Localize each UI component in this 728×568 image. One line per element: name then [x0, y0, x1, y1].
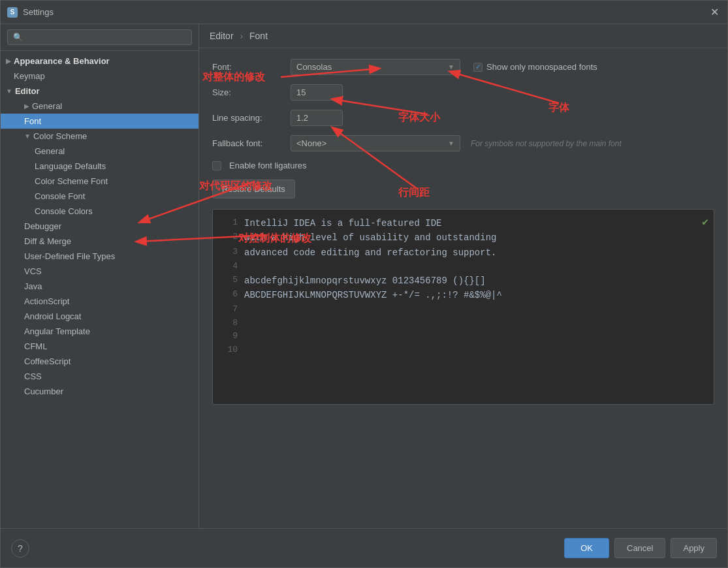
restore-defaults-button[interactable]: Restore Defaults	[212, 180, 295, 198]
sidebar-item-language-defaults[interactable]: Language Defaults	[1, 159, 198, 174]
sidebar-item-label: Console Font	[35, 191, 85, 201]
sidebar-item-label: VCS	[24, 266, 42, 276]
sidebar-item-label: Appearance & Behavior	[14, 56, 110, 66]
line-num-7: 7	[222, 303, 238, 317]
preview-line-4: 4	[222, 260, 704, 274]
app-icon: S	[7, 7, 18, 18]
title-bar: S Settings ✕	[1, 1, 727, 24]
ligatures-checkbox[interactable]	[212, 161, 221, 170]
search-input[interactable]	[7, 29, 192, 45]
line-content-3: advanced code editing and refactoring su…	[244, 245, 496, 260]
line-num-5: 5	[222, 274, 238, 287]
sidebar-item-label: Language Defaults	[35, 161, 106, 171]
nav-tree: ▶ Appearance & Behavior Keymap ▼ Editor …	[1, 51, 198, 528]
cancel-button[interactable]: Cancel	[614, 538, 665, 558]
sidebar-item-font[interactable]: Font	[1, 114, 198, 129]
content-area: ▶ Appearance & Behavior Keymap ▼ Editor …	[1, 24, 727, 528]
action-buttons: OK Cancel Apply	[564, 538, 717, 558]
sidebar-item-label: Angular Template	[24, 326, 90, 336]
sidebar-item-css[interactable]: CSS	[1, 369, 198, 384]
line-num-6: 6	[222, 288, 238, 302]
sidebar-item-debugger[interactable]: Debugger	[1, 219, 198, 234]
show-monospaced-checkbox[interactable]	[473, 63, 483, 72]
preview-line-1: 1 IntelliJ IDEA is a full-featured IDE	[222, 216, 704, 230]
show-monospaced-label: Show only monospaced fonts	[486, 62, 597, 72]
sidebar-item-label: General	[32, 101, 62, 111]
close-button[interactable]: ✕	[708, 6, 721, 19]
sidebar-item-label: Java	[24, 281, 42, 291]
sidebar-item-label: User-Defined File Types	[24, 251, 115, 261]
sidebar-item-coffeescript[interactable]: CoffeeScript	[1, 354, 198, 369]
line-num-8: 8	[222, 317, 238, 330]
sidebar-item-cfml[interactable]: CFML	[1, 339, 198, 354]
line-num-10: 10	[222, 343, 238, 357]
bottom-bar: ? OK Cancel Apply	[1, 528, 727, 567]
sidebar-item-color-scheme[interactable]: ▼ Color Scheme	[1, 129, 198, 144]
line-spacing-input[interactable]	[291, 110, 343, 126]
line-content-6: ABCDEFGHIJKLMNOPQRSTUVWXYZ +-*/= .,;:!? …	[244, 288, 502, 302]
show-monospaced-checkbox-row: Show only monospaced fonts	[473, 62, 597, 72]
line-spacing-label: Line spacing:	[212, 113, 291, 123]
sidebar-item-label: Keymap	[14, 71, 45, 81]
sidebar-item-cs-general[interactable]: General	[1, 144, 198, 159]
sidebar-item-label: CSS	[24, 371, 42, 381]
apply-button[interactable]: Apply	[671, 538, 717, 558]
help-button[interactable]: ?	[11, 539, 29, 558]
fallback-font-label: Fallback font:	[212, 138, 291, 148]
sidebar-item-android-logcat[interactable]: Android Logcat	[1, 309, 198, 324]
font-value: Consolas	[296, 62, 332, 72]
dropdown-arrow-icon: ▼	[448, 63, 454, 71]
line-spacing-row: Line spacing:	[212, 110, 714, 126]
sidebar-item-appearance[interactable]: ▶ Appearance & Behavior	[1, 54, 198, 69]
line-content-5: abcdefghijklmnopqrstuvwxyz 0123456789 ()…	[244, 274, 486, 288]
sidebar-item-cucumber[interactable]: Cucumber	[1, 384, 198, 399]
sidebar-item-vcs[interactable]: VCS	[1, 264, 198, 279]
sidebar-item-keymap[interactable]: Keymap	[1, 69, 198, 84]
ok-button[interactable]: OK	[564, 538, 609, 558]
size-label: Size:	[212, 87, 291, 97]
line-content-2: with a high level of usability and outst…	[244, 230, 496, 245]
sidebar-item-user-defined[interactable]: User-Defined File Types	[1, 249, 198, 264]
arrow-icon: ▶	[24, 103, 29, 110]
sidebar-item-java[interactable]: Java	[1, 279, 198, 294]
sidebar-item-console-font[interactable]: Console Font	[1, 189, 198, 204]
size-row: Size:	[212, 84, 714, 101]
size-input[interactable]	[291, 84, 343, 101]
ligatures-row: Enable font ligatures	[212, 161, 714, 170]
fallback-font-dropdown[interactable]: <None> ▼	[291, 135, 460, 151]
fallback-font-row: Fallback font: <None> ▼ For symbols not …	[212, 135, 714, 151]
sidebar-item-actionscript[interactable]: ActionScript	[1, 294, 198, 309]
sidebar: ▶ Appearance & Behavior Keymap ▼ Editor …	[1, 24, 199, 528]
settings-content: Font: Consolas ▼ Show only monospaced fo…	[199, 48, 727, 528]
sidebar-item-label: Color Scheme Font	[35, 176, 108, 186]
sidebar-item-console-colors[interactable]: Console Colors	[1, 204, 198, 219]
line-num-9: 9	[222, 330, 238, 343]
font-dropdown[interactable]: Consolas ▼	[291, 59, 460, 75]
sidebar-item-editor[interactable]: ▼ Editor	[1, 84, 198, 99]
window-title: Settings	[23, 7, 708, 17]
sidebar-item-label: Diff & Merge	[24, 236, 71, 246]
sidebar-item-angular-template[interactable]: Angular Template	[1, 324, 198, 339]
arrow-icon: ▼	[24, 133, 31, 140]
preview-line-6: 6 ABCDEFGHIJKLMNOPQRSTUVWXYZ +-*/= .,;:!…	[222, 288, 704, 302]
preview-line-10: 10	[222, 343, 704, 357]
main-panel: Editor › Font Font: Consolas ▼ Show only…	[199, 24, 727, 528]
line-num-4: 4	[222, 260, 238, 274]
preview-area: ✔ 1 IntelliJ IDEA is a full-featured IDE…	[212, 209, 714, 405]
sidebar-item-label: Android Logcat	[24, 311, 81, 321]
sidebar-item-label: Debugger	[24, 221, 61, 231]
sidebar-item-label: Editor	[15, 86, 40, 96]
check-icon: ✔	[702, 215, 708, 232]
line-content-1: IntelliJ IDEA is a full-featured IDE	[244, 216, 441, 230]
breadcrumb-parent: Editor	[210, 31, 234, 41]
preview-line-3: 3 advanced code editing and refactoring …	[222, 245, 704, 260]
fallback-font-value: <None>	[296, 138, 326, 148]
breadcrumb: Editor › Font	[199, 24, 727, 48]
sidebar-item-color-scheme-font[interactable]: Color Scheme Font	[1, 174, 198, 189]
font-row: Font: Consolas ▼ Show only monospaced fo…	[212, 59, 714, 75]
fallback-hint: For symbols not supported by the main fo…	[471, 139, 622, 148]
breadcrumb-separator: ›	[240, 31, 243, 41]
sidebar-item-diff-merge[interactable]: Diff & Merge	[1, 234, 198, 249]
sidebar-item-general[interactable]: ▶ General	[1, 99, 198, 114]
line-num-1: 1	[222, 216, 238, 230]
